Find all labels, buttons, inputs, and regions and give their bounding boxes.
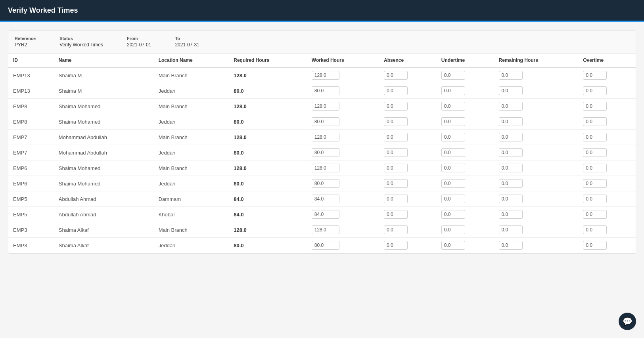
worked-hours-input[interactable] xyxy=(312,179,339,188)
cell-absence[interactable] xyxy=(379,99,437,114)
overtime-input[interactable] xyxy=(583,117,607,126)
cell-undertime[interactable] xyxy=(437,67,494,83)
worked-hours-input[interactable] xyxy=(312,148,339,157)
remaining-hours-input[interactable] xyxy=(499,164,523,172)
absence-input[interactable] xyxy=(384,86,408,95)
cell-remaining-hours[interactable] xyxy=(494,191,579,207)
overtime-input[interactable] xyxy=(583,102,607,111)
remaining-hours-input[interactable] xyxy=(499,225,523,234)
cell-overtime[interactable] xyxy=(578,67,636,83)
absence-input[interactable] xyxy=(384,179,408,188)
undertime-input[interactable] xyxy=(441,210,465,219)
cell-overtime[interactable] xyxy=(578,99,636,114)
remaining-hours-input[interactable] xyxy=(499,71,523,80)
remaining-hours-input[interactable] xyxy=(499,210,523,219)
cell-remaining-hours[interactable] xyxy=(494,238,579,253)
cell-worked-hours[interactable] xyxy=(307,207,379,222)
worked-hours-input[interactable] xyxy=(312,102,339,111)
overtime-input[interactable] xyxy=(583,133,607,141)
cell-undertime[interactable] xyxy=(437,238,494,253)
cell-worked-hours[interactable] xyxy=(307,160,379,176)
overtime-input[interactable] xyxy=(583,86,607,95)
cell-absence[interactable] xyxy=(379,67,437,83)
undertime-input[interactable] xyxy=(441,102,465,111)
overtime-input[interactable] xyxy=(583,195,607,203)
cell-undertime[interactable] xyxy=(437,160,494,176)
cell-worked-hours[interactable] xyxy=(307,99,379,114)
cell-remaining-hours[interactable] xyxy=(494,114,579,130)
cell-absence[interactable] xyxy=(379,160,437,176)
cell-absence[interactable] xyxy=(379,222,437,238)
absence-input[interactable] xyxy=(384,195,408,203)
worked-hours-input[interactable] xyxy=(312,225,339,234)
cell-worked-hours[interactable] xyxy=(307,176,379,191)
absence-input[interactable] xyxy=(384,133,408,141)
absence-input[interactable] xyxy=(384,148,408,157)
cell-overtime[interactable] xyxy=(578,160,636,176)
undertime-input[interactable] xyxy=(441,164,465,172)
overtime-input[interactable] xyxy=(583,241,607,250)
cell-absence[interactable] xyxy=(379,176,437,191)
undertime-input[interactable] xyxy=(441,241,465,250)
remaining-hours-input[interactable] xyxy=(499,102,523,111)
cell-absence[interactable] xyxy=(379,238,437,253)
cell-remaining-hours[interactable] xyxy=(494,176,579,191)
cell-undertime[interactable] xyxy=(437,222,494,238)
cell-overtime[interactable] xyxy=(578,207,636,222)
absence-input[interactable] xyxy=(384,71,408,80)
cell-overtime[interactable] xyxy=(578,176,636,191)
worked-hours-input[interactable] xyxy=(312,195,339,203)
chat-bubble-button[interactable]: 💬 xyxy=(619,313,636,330)
cell-remaining-hours[interactable] xyxy=(494,67,579,83)
cell-absence[interactable] xyxy=(379,207,437,222)
absence-input[interactable] xyxy=(384,225,408,234)
undertime-input[interactable] xyxy=(441,86,465,95)
cell-remaining-hours[interactable] xyxy=(494,207,579,222)
cell-worked-hours[interactable] xyxy=(307,191,379,207)
cell-worked-hours[interactable] xyxy=(307,238,379,253)
worked-hours-input[interactable] xyxy=(312,71,339,80)
cell-overtime[interactable] xyxy=(578,222,636,238)
cell-undertime[interactable] xyxy=(437,207,494,222)
cell-remaining-hours[interactable] xyxy=(494,222,579,238)
cell-absence[interactable] xyxy=(379,83,437,99)
cell-undertime[interactable] xyxy=(437,99,494,114)
cell-remaining-hours[interactable] xyxy=(494,83,579,99)
cell-overtime[interactable] xyxy=(578,83,636,99)
cell-overtime[interactable] xyxy=(578,191,636,207)
absence-input[interactable] xyxy=(384,164,408,172)
worked-hours-input[interactable] xyxy=(312,241,339,250)
remaining-hours-input[interactable] xyxy=(499,117,523,126)
cell-undertime[interactable] xyxy=(437,114,494,130)
undertime-input[interactable] xyxy=(441,225,465,234)
worked-hours-input[interactable] xyxy=(312,86,339,95)
absence-input[interactable] xyxy=(384,241,408,250)
absence-input[interactable] xyxy=(384,102,408,111)
cell-undertime[interactable] xyxy=(437,176,494,191)
cell-remaining-hours[interactable] xyxy=(494,145,579,160)
undertime-input[interactable] xyxy=(441,117,465,126)
cell-absence[interactable] xyxy=(379,114,437,130)
cell-overtime[interactable] xyxy=(578,238,636,253)
remaining-hours-input[interactable] xyxy=(499,148,523,157)
overtime-input[interactable] xyxy=(583,71,607,80)
overtime-input[interactable] xyxy=(583,225,607,234)
remaining-hours-input[interactable] xyxy=(499,241,523,250)
remaining-hours-input[interactable] xyxy=(499,195,523,203)
cell-remaining-hours[interactable] xyxy=(494,160,579,176)
cell-worked-hours[interactable] xyxy=(307,130,379,145)
remaining-hours-input[interactable] xyxy=(499,86,523,95)
cell-undertime[interactable] xyxy=(437,145,494,160)
cell-remaining-hours[interactable] xyxy=(494,130,579,145)
overtime-input[interactable] xyxy=(583,148,607,157)
cell-worked-hours[interactable] xyxy=(307,114,379,130)
remaining-hours-input[interactable] xyxy=(499,133,523,141)
worked-hours-input[interactable] xyxy=(312,210,339,219)
undertime-input[interactable] xyxy=(441,179,465,188)
worked-hours-input[interactable] xyxy=(312,164,339,172)
overtime-input[interactable] xyxy=(583,179,607,188)
worked-hours-input[interactable] xyxy=(312,117,339,126)
cell-absence[interactable] xyxy=(379,130,437,145)
overtime-input[interactable] xyxy=(583,164,607,172)
cell-overtime[interactable] xyxy=(578,114,636,130)
